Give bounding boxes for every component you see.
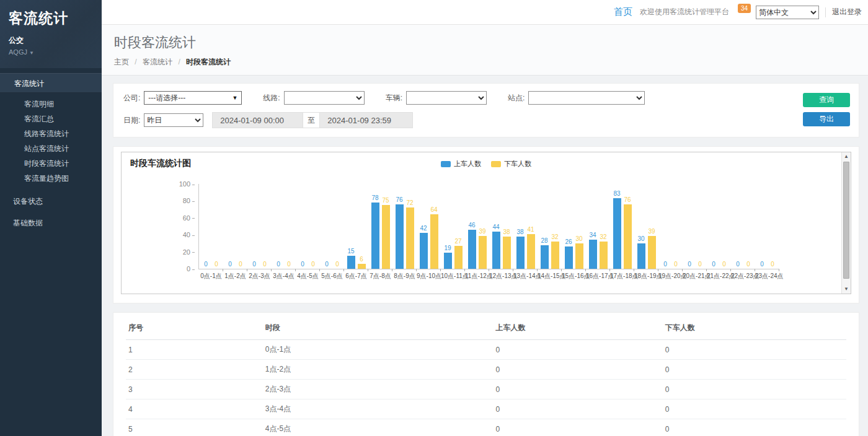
sidebar-section-basic-data[interactable]: 基础数据 [0,212,102,234]
home-link[interactable]: 首页 [614,6,632,18]
bar-下车人数[interactable]: 0 [745,184,753,269]
sidebar-section-device-status[interactable]: 设备状态 [0,191,102,212]
bar-下车人数[interactable]: 6 [358,184,366,269]
bar-上车人数[interactable]: 26 [565,184,573,269]
bar-上车人数[interactable]: 0 [226,184,234,269]
company-select[interactable]: ---请选择--- ▼ [144,91,242,105]
breadcrumb-home[interactable]: 主页 [114,58,129,66]
bar[interactable] [516,237,525,269]
station-select[interactable] [528,91,645,105]
bar-上车人数[interactable]: 0 [299,184,307,269]
bar-下车人数[interactable]: 39 [648,184,656,269]
bar-上车人数[interactable]: 46 [468,184,476,269]
line-select[interactable] [284,91,365,105]
breadcrumb-passenger-stats[interactable]: 客流统计 [143,58,172,66]
bar-上车人数[interactable]: 19 [444,184,452,269]
bar[interactable] [600,242,608,269]
bar-下车人数[interactable]: 72 [406,184,414,269]
bar[interactable] [468,230,476,269]
bar-下车人数[interactable]: 0 [309,184,317,269]
bar[interactable] [541,245,549,269]
bar-下车人数[interactable]: 75 [382,184,390,269]
bar-下车人数[interactable]: 32 [551,184,559,269]
bar[interactable] [575,243,583,269]
vehicle-select[interactable] [406,91,487,105]
bar[interactable] [347,256,355,269]
chart-vertical-scrollbar[interactable]: ▲ ▼ [841,152,851,294]
bar-上车人数[interactable]: 15 [347,184,355,269]
bar-上车人数[interactable]: 28 [541,184,549,269]
bar-上车人数[interactable]: 0 [323,184,331,269]
bar-上车人数[interactable]: 44 [492,184,500,269]
sidebar-item-站点客流统计[interactable]: 站点客流统计 [0,141,102,156]
bar[interactable] [589,240,597,269]
bar-上车人数[interactable]: 0 [710,184,718,269]
bar-上车人数[interactable]: 0 [686,184,694,269]
bar[interactable] [396,204,404,269]
bar[interactable] [565,246,573,269]
bar-上车人数[interactable]: 42 [420,184,428,269]
sidebar-section-passenger-stats[interactable]: 客流统计 [0,73,102,93]
bar-下车人数[interactable]: 0 [334,184,342,269]
bar-上车人数[interactable]: 78 [371,184,379,269]
bar[interactable] [503,237,511,269]
notification-badge[interactable]: 34 [738,4,751,13]
bar[interactable] [479,236,487,269]
language-select[interactable]: 简体中文 [756,6,819,19]
bar-上车人数[interactable]: 38 [516,184,525,269]
bar-上车人数[interactable]: 0 [202,184,210,269]
scrollbar-thumb[interactable] [843,162,849,279]
bar[interactable] [371,203,379,269]
bar[interactable] [358,264,366,269]
bar[interactable] [444,253,452,269]
bar-下车人数[interactable]: 0 [720,184,728,269]
scroll-down-arrow-icon[interactable]: ▼ [842,285,851,294]
export-button[interactable]: 导出 [803,112,850,126]
bar-下车人数[interactable]: 0 [237,184,245,269]
bar-下车人数[interactable]: 76 [624,184,632,269]
bar-下车人数[interactable]: 27 [454,184,463,269]
bar[interactable] [420,233,428,269]
sidebar-item-时段客流统计[interactable]: 时段客流统计 [0,156,102,171]
scroll-up-arrow-icon[interactable]: ▲ [842,152,851,161]
sidebar-item-客流量趋势图[interactable]: 客流量趋势图 [0,171,102,186]
bar[interactable] [624,204,632,269]
bar-下车人数[interactable]: 0 [213,184,221,269]
bar[interactable] [382,205,390,269]
date-preset-select[interactable]: 昨日 [144,113,203,127]
sidebar-item-客流汇总[interactable]: 客流汇总 [0,111,102,126]
bar[interactable] [551,242,559,269]
bar-下车人数[interactable]: 0 [285,184,293,269]
bar-上车人数[interactable]: 30 [637,184,645,269]
bar[interactable] [613,198,621,269]
bar-上车人数[interactable]: 0 [758,184,766,269]
bar-下车人数[interactable]: 0 [261,184,269,269]
bar[interactable] [406,207,414,269]
query-button[interactable]: 查询 [803,93,850,107]
bar-下车人数[interactable]: 38 [503,184,511,269]
sidebar-item-线路客流统计[interactable]: 线路客流统计 [0,126,102,141]
bar-上车人数[interactable]: 83 [613,184,621,269]
user-dropdown[interactable]: AQGJ ▼ [9,48,93,56]
bar-下车人数[interactable]: 64 [430,184,438,269]
bar[interactable] [492,232,500,269]
bar-下车人数[interactable]: 0 [769,184,777,269]
legend-item-上车人数[interactable]: 上车人数 [441,159,481,168]
bar-下车人数[interactable]: 0 [696,184,704,269]
bar-下车人数[interactable]: 41 [527,184,535,269]
bar[interactable] [648,236,656,269]
bar-下车人数[interactable]: 32 [600,184,608,269]
bar-上车人数[interactable]: 0 [734,184,742,269]
bar-下车人数[interactable]: 39 [479,184,487,269]
legend-item-下车人数[interactable]: 下车人数 [491,159,531,168]
bar[interactable] [637,243,645,269]
date-end-input[interactable]: 2024-01-09 23:59 [320,112,413,128]
bar-上车人数[interactable]: 0 [275,184,283,269]
logout-link[interactable]: 退出登录 [832,7,862,17]
bar-下车人数[interactable]: 30 [575,184,583,269]
bar[interactable] [430,214,438,269]
bar[interactable] [454,246,463,269]
bar-上车人数[interactable]: 0 [250,184,259,269]
date-start-input[interactable]: 2024-01-09 00:00 [212,112,303,128]
bar-下车人数[interactable]: 0 [672,184,680,269]
